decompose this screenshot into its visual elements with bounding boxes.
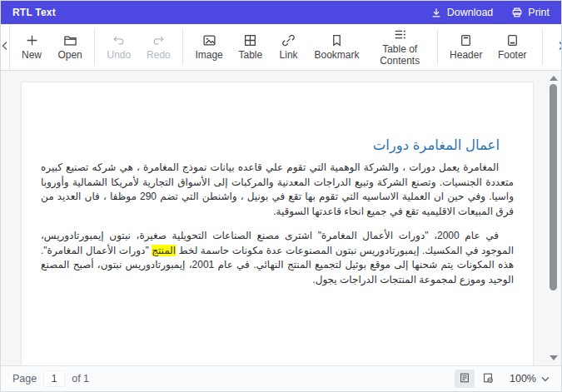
chevron-left-icon	[1, 41, 9, 53]
status-bar: Page of 1 100%	[1, 365, 561, 391]
download-icon	[430, 7, 442, 18]
zoom-value: 100%	[510, 373, 536, 385]
print-button[interactable]: Print	[511, 7, 550, 18]
table-label: Table	[239, 50, 263, 61]
download-button[interactable]: Download	[430, 7, 494, 18]
header-button[interactable]: Header	[442, 24, 490, 70]
toolbar-separator	[542, 29, 543, 65]
toolbar-items: New Open Undo Redo Image Ta	[10, 24, 538, 70]
vertical-scrollbar[interactable]	[547, 72, 560, 364]
footer-button[interactable]: Footer	[490, 24, 535, 70]
redo-arrow-icon	[152, 33, 166, 47]
open-label: Open	[57, 50, 82, 61]
list-lines-icon	[393, 27, 407, 42]
undo-label: Undo	[107, 50, 132, 61]
app-title: RTL Text	[12, 7, 56, 18]
print-label: Print	[528, 7, 550, 18]
document-heading: اعمال المغامرة دورات	[41, 137, 514, 153]
undo-button[interactable]: Undo	[99, 24, 139, 70]
scrollbar-track[interactable]	[547, 84, 560, 352]
zoom-dropdown[interactable]: 100%	[510, 373, 550, 385]
toolbar: New Open Undo Redo Image Ta	[1, 24, 561, 71]
chain-link-icon	[281, 33, 296, 47]
redo-label: Redo	[147, 50, 171, 61]
redo-button[interactable]: Redo	[139, 24, 179, 70]
toolbar-separator	[437, 29, 438, 65]
chevron-down-icon	[541, 373, 550, 385]
footer-label: Footer	[498, 50, 527, 61]
page-number-input[interactable]	[43, 370, 65, 387]
table-button[interactable]: Table	[231, 24, 271, 70]
chevron-right-icon	[557, 41, 562, 53]
new-button[interactable]: New	[13, 24, 50, 70]
table-of-contents-button[interactable]: Table of Contents	[366, 24, 432, 70]
print-layout-view-button[interactable]	[455, 370, 475, 388]
document-paragraph-2: في عام 2000، "دورات الأعمال المغامرة" اش…	[41, 229, 514, 287]
highlighted-word: المنتج	[152, 245, 176, 256]
new-label: New	[22, 50, 42, 61]
toolbar-separator	[182, 29, 183, 65]
bookmark-button[interactable]: Bookmark	[307, 24, 367, 70]
table-of-contents-label: Table of Contents	[375, 44, 424, 66]
page-bottom-icon	[505, 33, 520, 47]
scroll-down-icon[interactable]	[550, 355, 558, 360]
toolbar-scroll-left-button[interactable]	[1, 24, 10, 70]
page-count-label: of 1	[72, 373, 89, 385]
toolbar-right-group	[538, 24, 562, 70]
scroll-up-icon[interactable]	[550, 76, 558, 81]
title-bar: RTL Text Download Print	[1, 1, 561, 24]
grid-icon	[243, 33, 257, 47]
link-button[interactable]: Link	[271, 24, 307, 70]
bookmark-icon	[330, 33, 344, 47]
page-globe-icon	[482, 372, 494, 386]
image-button[interactable]: Image	[187, 24, 231, 70]
folder-icon	[63, 33, 77, 47]
document-paragraph-1: المغامرة يعمل دورات ، والشركة الوهمية ال…	[41, 161, 514, 219]
scrollbar-thumb[interactable]	[550, 84, 557, 290]
picture-icon	[202, 33, 216, 47]
document-viewer[interactable]: اعمال المغامرة دورات المغامرة يعمل دورات…	[1, 71, 561, 365]
header-label: Header	[450, 50, 482, 61]
link-label: Link	[280, 50, 298, 61]
download-label: Download	[447, 7, 494, 18]
undo-arrow-icon	[112, 33, 126, 47]
image-label: Image	[195, 50, 222, 61]
toolbar-scroll-right-button[interactable]	[547, 41, 562, 53]
bookmark-label: Bookmark	[315, 50, 360, 61]
document-page[interactable]: اعمال المغامرة دورات المغامرة يعمل دورات…	[21, 82, 534, 365]
open-button[interactable]: Open	[50, 24, 90, 70]
page-lines-icon	[459, 372, 470, 386]
web-layout-view-button[interactable]	[478, 370, 498, 388]
toolbar-separator	[94, 29, 95, 65]
document-editor-app: RTL Text Download Print New	[0, 0, 562, 392]
page-label: Page	[12, 373, 37, 385]
printer-icon	[511, 7, 523, 18]
page-top-icon	[459, 33, 473, 47]
plus-icon	[25, 33, 39, 47]
